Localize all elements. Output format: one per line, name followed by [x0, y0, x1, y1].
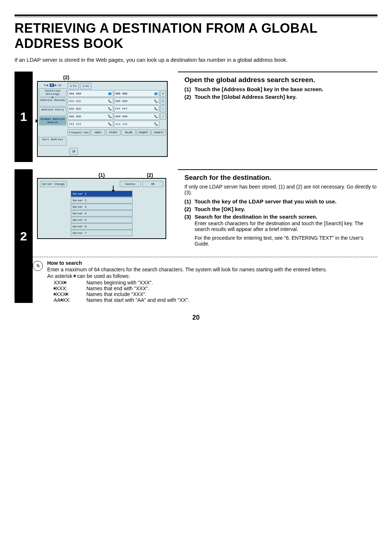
step2-callout1: (1) — [37, 172, 134, 178]
filter-opqrst[interactable]: OPQRST — [136, 129, 151, 135]
server-item[interactable]: Server 5 — [71, 217, 132, 223]
howto-line2: An asterisk * can be used as follows: — [47, 273, 327, 279]
filter-efghi[interactable]: EFGHI — [106, 129, 121, 135]
sidebar-sort-address[interactable]: Sort Address — [39, 137, 66, 146]
scroll-up-button[interactable]: ↑ — [160, 105, 166, 112]
cancel-button[interactable]: Cancel — [120, 181, 141, 187]
step2-heading: Search for the destination. — [184, 174, 377, 182]
contact-cell[interactable]: FFF FFF📞 — [114, 105, 160, 112]
note-pencil-icon: ✎ — [33, 261, 43, 271]
step-number-2: 2 — [15, 169, 33, 303]
step2-item3-text: Search for the destination in the search… — [195, 214, 317, 220]
wildcard-desc: Names that include "XXX". — [86, 291, 147, 297]
server-change-label: Server Change — [40, 181, 67, 187]
page-indicator: 1 — [160, 90, 166, 97]
page-title: RETRIEVING A DESTINATION FROM A GLOBAL A… — [15, 21, 377, 51]
heading-rule — [15, 15, 377, 17]
step2-item1-num: (1) — [184, 198, 195, 204]
phone-icon: 📞 — [108, 100, 112, 103]
contact-cell[interactable]: CCC CCC📞 — [68, 98, 113, 105]
callout-arrow-icon — [36, 119, 38, 123]
contact-cell[interactable]: BBB BBB👥 — [114, 90, 160, 97]
address-book-counter: 5 ▶ 🖺 ▶ 15 — [39, 83, 66, 88]
dashed-separator — [33, 257, 377, 257]
group-icon: 👥 — [108, 92, 112, 96]
phone-icon: 📞 — [154, 107, 158, 111]
sidebar-global-address-search[interactable]: Global Address Search — [39, 117, 66, 125]
server-list: Server 1 Server 2 Server 3 Server 4 Serv… — [71, 191, 132, 236]
refresh-button[interactable]: ⟳ — [69, 148, 78, 155]
server-item[interactable]: Server 4 — [71, 210, 132, 216]
step1-item2-num: (2) — [184, 94, 195, 100]
step1-item2-text: Touch the [Global Address Search] key. — [195, 94, 297, 100]
filter-abcd[interactable]: ABCD — [91, 129, 105, 135]
contact-cell[interactable]: GGG GGG📞 — [68, 113, 113, 120]
tab-cc[interactable]: ✉ Cc — [80, 83, 91, 89]
scroll-down-button[interactable]: ↓ — [160, 113, 166, 120]
server-list-screenshot: Server Change Cancel OK Server 1 Server … — [37, 178, 166, 239]
server-item[interactable]: Server 6 — [71, 223, 132, 230]
contact-cell[interactable]: HHH HHH📞 — [114, 113, 160, 120]
step1-item1-text: Touch the [Address Book] key in the base… — [195, 86, 323, 92]
phone-icon: 📞 — [108, 122, 112, 126]
wildcard-key: *XXX*: — [54, 291, 86, 297]
server-item[interactable]: Server 1 — [71, 191, 132, 197]
sidebar-address-review[interactable]: Address Review — [39, 98, 66, 106]
contact-cell[interactable]: AAA AAA👥 — [68, 90, 113, 97]
step2-item2-num: (2) — [184, 206, 195, 212]
filter-frequent-use[interactable]: Frequent Use — [68, 129, 90, 135]
phone-icon: 📞 — [154, 100, 158, 103]
step2-item1-text: Touch the key of the LDAP server that yo… — [195, 198, 336, 204]
howto-line1: Enter a maximum of 64 characters for the… — [47, 267, 327, 272]
wildcard-desc: Names beginning with "XXX". — [86, 280, 153, 285]
contact-cell[interactable]: DDD DDD📞 — [114, 98, 160, 105]
server-item[interactable]: Server 3 — [71, 204, 132, 210]
wildcard-desc: Names that end with "XXX". — [86, 285, 149, 291]
tab-to[interactable]: ✉ To — [68, 83, 79, 89]
sidebar-condition-settings[interactable]: Condition Settings▶ — [39, 88, 66, 97]
page-number: 20 — [15, 314, 377, 321]
phone-icon: 📞 — [108, 107, 112, 111]
step2-callout2: (2) — [134, 172, 166, 178]
contact-grid: AAA AAA👥 BBB BBB👥 1 CCC CCC📞 DDD DDD📞 2 … — [68, 90, 166, 127]
address-book-screenshot: 5 ▶ 🖺 ▶ 15 Condition Settings▶ Address R… — [37, 81, 168, 157]
step2-subpara2: For the procedure for entering text, see… — [195, 235, 377, 247]
wildcard-desc: Names that start with "AA" and end with … — [86, 297, 189, 303]
ok-button[interactable]: OK — [142, 181, 163, 187]
contact-cell[interactable]: III III📞 — [68, 121, 113, 127]
phone-icon: 📞 — [108, 115, 112, 118]
wildcard-key: XXX*: — [54, 280, 86, 285]
step1-item1-num: (1) — [184, 86, 195, 92]
step-number-1: 1 — [15, 72, 33, 162]
howto-title: How to search — [47, 260, 327, 266]
step1-heading: Open the global address search screen. — [184, 76, 377, 84]
mail-icon: ✉ — [70, 84, 72, 89]
server-item[interactable]: Server 7 — [71, 230, 132, 236]
wildcard-table: XXX*:Names beginning with "XXX". *XXX:Na… — [54, 280, 327, 303]
phone-icon: 📞 — [154, 115, 158, 118]
step1-callout-label: (2) — [63, 74, 173, 80]
server-item[interactable]: Server 2 — [71, 197, 132, 203]
contact-cell[interactable]: EEE EEE📞 — [68, 105, 113, 112]
filter-jklmn[interactable]: JKLMN — [121, 129, 136, 135]
wildcard-key: *XXX: — [54, 285, 86, 291]
page-indicator: 2 — [160, 98, 166, 105]
step2-subpara1: Enter search characters for the destinat… — [195, 220, 377, 232]
sidebar-address-entry[interactable]: Address Entry — [39, 107, 66, 116]
wildcard-key: AA*XX: — [54, 297, 86, 303]
phone-icon: 📞 — [154, 122, 158, 126]
contact-cell[interactable]: JJJ JJJ📞 — [114, 121, 160, 127]
step2-item2-text: Touch the [OK] key. — [195, 206, 245, 212]
step2-item3-num: (3) — [184, 214, 195, 220]
mail-icon: ✉ — [82, 84, 84, 89]
group-icon: 👥 — [154, 92, 158, 96]
step2-prenote: If only one LDAP server has been stored,… — [184, 184, 377, 195]
filter-uvwxyz[interactable]: UVWXYZ — [151, 129, 166, 135]
intro-text: If an LDAP server is stored in the Web p… — [15, 57, 377, 63]
callout-pointer-icon — [112, 190, 115, 192]
